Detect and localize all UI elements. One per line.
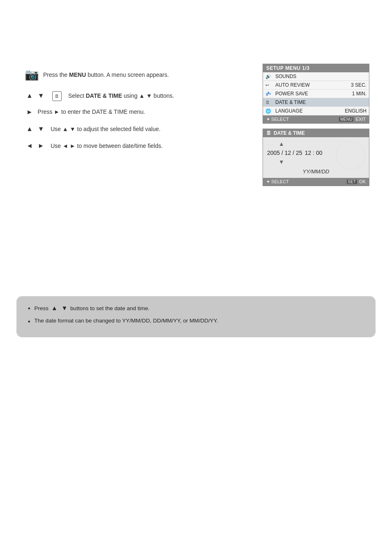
menu-item-sounds[interactable]: 🔊 SOUNDS xyxy=(263,72,369,81)
datetime-header-title: DATE & TIME xyxy=(274,130,305,136)
time-value: 12 : 00 xyxy=(305,150,323,156)
setup-menu: SETUP MENU 1/3 🔊 SOUNDS ↩ AUTO REVIEW 3 … xyxy=(263,64,369,124)
note-bullet-1: Press ▲ ▼ buttons to set the date and ti… xyxy=(28,304,364,313)
note-up-arrow: ▲ xyxy=(51,304,58,311)
step-block-5: ◄ ► Use ◄ ► to move between date/time fi… xyxy=(25,140,238,151)
datetime-footer-ok: SET OK xyxy=(347,179,366,184)
note-text-1: Press ▲ ▼ buttons to set the date and ti… xyxy=(35,304,150,313)
up-arrow-1: ▲ xyxy=(26,92,33,99)
auto-review-label: AUTO REVIEW xyxy=(275,82,351,88)
instruction-area: 📷 Press the MENU button. A menu screen a… xyxy=(25,66,238,157)
right-arrow-2: ► xyxy=(38,142,44,149)
note-text-2: The date format can be changed to YY/MM/… xyxy=(35,317,218,325)
datetime-label: DATE & TIME xyxy=(275,99,367,105)
step-block-2: ▲ ▼ 🗓 Select DATE & TIME using ▲ ▼ butto… xyxy=(25,90,238,101)
instruction-row-4: ▲ ▼ Use ▲ ▼ to adjust the selected field… xyxy=(25,123,238,134)
footer-exit-label: MENU EXIT xyxy=(339,117,366,122)
right-arrow-1: ► xyxy=(26,107,33,117)
instruction-row-1: 📷 Press the MENU button. A menu screen a… xyxy=(25,66,238,84)
step-block-3: ► Press ► to enter the DATE & TIME menu. xyxy=(25,107,238,117)
instruction-row-3: ► Press ► to enter the DATE & TIME menu. xyxy=(25,107,238,117)
menu-item-auto-review[interactable]: ↩ AUTO REVIEW 3 SEC. xyxy=(263,81,369,90)
note-bullet-2: The date format can be changed to YY/MM/… xyxy=(28,317,364,327)
set-key: SET xyxy=(347,180,357,184)
datetime-header-icon: 🗓 xyxy=(266,130,271,136)
circle-decoration xyxy=(336,141,365,170)
note-down-arrow: ▼ xyxy=(62,304,68,311)
sounds-icon: 🔊 xyxy=(265,74,274,79)
step-text-3: Press ► to enter the DATE & TIME menu. xyxy=(35,107,145,117)
instruction-row-5: ◄ ► Use ◄ ► to move between date/time fi… xyxy=(25,140,238,151)
datetime-footer-select: ✦ SELECT xyxy=(266,179,289,184)
up-arrow-2: ▲ xyxy=(26,125,33,132)
datetime-menu-header: 🗓 DATE & TIME xyxy=(263,129,369,137)
camera-icon: 📷 xyxy=(25,66,39,84)
menu-key: MENU xyxy=(339,117,353,122)
power-save-value: 1 MIN. xyxy=(352,91,367,97)
datetime-icon: 🗓 xyxy=(265,100,274,105)
ok-label-text: OK xyxy=(359,179,366,184)
step-block-1: 📷 Press the MENU button. A menu screen a… xyxy=(25,66,238,84)
footer-select-label: ✦ SELECT xyxy=(266,117,289,122)
left-arrow-2: ◄ xyxy=(26,142,33,149)
setup-menu-footer: ✦ SELECT MENU EXIT xyxy=(263,115,369,123)
menu-item-datetime[interactable]: 🗓 DATE & TIME xyxy=(263,98,369,107)
language-value: ENGLISH xyxy=(345,108,367,114)
power-save-label: POWER SAVE xyxy=(275,91,352,97)
menu-container: SETUP MENU 1/3 🔊 SOUNDS ↩ AUTO REVIEW 3 … xyxy=(263,64,369,186)
power-save-icon: 💤 xyxy=(265,91,274,97)
exit-label-text: EXIT xyxy=(356,117,366,122)
menu-item-language[interactable]: 🌐 LANGUAGE ENGLISH xyxy=(263,107,369,115)
note-box: Press ▲ ▼ buttons to set the date and ti… xyxy=(16,296,376,337)
calendar-icon: 🗓 xyxy=(52,91,62,101)
down-arrow-2: ▼ xyxy=(38,125,44,132)
auto-review-icon: ↩ xyxy=(265,83,274,88)
step-text-4: ▲ ▼ Use ▲ ▼ to adjust the selected field… xyxy=(25,123,161,134)
setup-menu-header: SETUP MENU 1/3 xyxy=(263,64,369,72)
datetime-menu-footer: ✦ SELECT SET OK xyxy=(263,178,369,186)
language-icon: 🌐 xyxy=(265,108,274,114)
menu-item-power-save[interactable]: 💤 POWER SAVE 1 MIN. xyxy=(263,90,369,98)
step-text-1: Press the MENU button. A menu screen app… xyxy=(43,70,169,80)
datetime-body: ▲ 2005 / 12 / 25 12 : 00 ▼ YY/MM/DD xyxy=(263,137,369,178)
date-value: 2005 / 12 / 25 xyxy=(267,150,302,156)
step-text-2: ▲ ▼ 🗓 Select DATE & TIME using ▲ ▼ butto… xyxy=(25,90,174,101)
step-block-4: ▲ ▼ Use ▲ ▼ to adjust the selected field… xyxy=(25,123,238,134)
instruction-row-2: ▲ ▼ 🗓 Select DATE & TIME using ▲ ▼ butto… xyxy=(25,90,238,101)
language-label: LANGUAGE xyxy=(275,108,345,114)
down-arrow-1: ▼ xyxy=(38,92,44,99)
sounds-label: SOUNDS xyxy=(275,74,367,79)
step-text-5: ◄ ► Use ◄ ► to move between date/time fi… xyxy=(25,140,163,151)
datetime-submenu: 🗓 DATE & TIME ▲ 2005 / 12 / 25 12 : 00 ▼… xyxy=(263,129,369,186)
auto-review-value: 3 SEC. xyxy=(351,82,367,88)
